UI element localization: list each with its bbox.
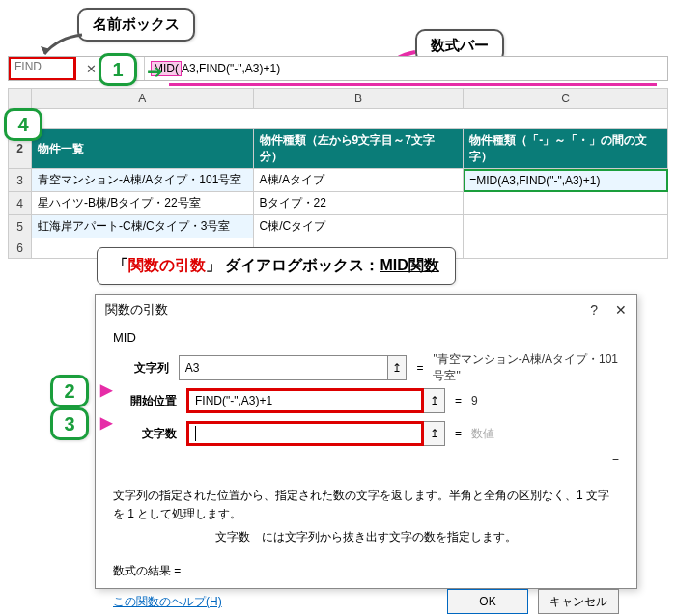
arg3-result: 数値 — [471, 426, 494, 442]
row-5-hdr[interactable]: 5 — [9, 215, 32, 238]
step-badge-3: 3 — [50, 407, 89, 440]
eq2: = — [455, 394, 462, 407]
cell-c3[interactable]: =MID(A3,FIND("-",A3)+1) — [464, 169, 668, 192]
table-header-row: 2 物件一覧 物件種類（左から9文字目～7文字分） 物件種類（「-」～「・」の間… — [9, 129, 668, 169]
cell-b5[interactable]: C棟/Cタイプ — [253, 215, 464, 238]
name-box[interactable]: FIND — [9, 57, 76, 80]
arg2-label: 開始位置 — [113, 393, 186, 409]
step-badge-2: 2 — [50, 375, 89, 407]
cell-b4[interactable]: Bタイプ・22 — [253, 192, 464, 215]
callout-formula-bar-text: 数式バー — [431, 37, 489, 53]
dialog-description: 文字列の指定された位置から、指定された数の文字を返します。半角と全角の区別なく、… — [113, 487, 619, 523]
arg-row-start: 開始位置 FIND("-",A3)+1 ↥ = 9 — [113, 387, 619, 414]
dialog-result-row: 数式の結果 = — [113, 563, 619, 579]
marker-arg2: ▶ — [100, 380, 112, 399]
row-4-hdr[interactable]: 4 — [9, 192, 32, 215]
arg2-result: 9 — [471, 394, 478, 407]
arg2-input[interactable]: FIND("-",A3)+1 — [186, 388, 424, 413]
cell-a3[interactable]: 青空マンション-A棟/Aタイプ・101号室 — [31, 169, 253, 192]
spreadsheet: A B C 1 2 物件一覧 物件種類（左から9文字目～7文字分） 物件種類（「… — [8, 88, 668, 259]
arg2-range-picker-icon[interactable]: ↥ — [424, 388, 445, 413]
dialog-heading-callout: 「関数の引数」 ダイアログボックス：MID関数 — [97, 247, 456, 285]
arg-row-string: 文字列 A3 ↥ = "青空マンション-A棟/Aタイプ・101号室" — [113, 354, 619, 381]
hdr-b: 物件種類（左から9文字目～7文字分） — [253, 129, 464, 169]
eq1: = — [416, 361, 423, 375]
help-icon[interactable]: ? — [590, 302, 598, 318]
formula-rest: A3,FIND("-",A3)+1) — [182, 62, 280, 75]
col-b[interactable]: B — [253, 89, 464, 109]
cell-c4[interactable] — [464, 192, 668, 215]
cancel-formula-icon[interactable]: ✕ — [82, 60, 99, 77]
dialog-function-name: MID — [113, 330, 619, 345]
arg1-label: 文字列 — [113, 360, 179, 377]
arg1-input[interactable]: A3 — [179, 355, 388, 380]
arg3-range-picker-icon[interactable]: ↥ — [424, 421, 445, 446]
function-arguments-dialog: 関数の引数 ? ✕ MID 文字列 A3 ↥ = "青空マンション-A棟/Aタイ… — [95, 294, 637, 589]
row-3-hdr[interactable]: 3 — [9, 169, 32, 192]
dialog-eq-blank: = — [113, 453, 619, 469]
close-icon[interactable]: ✕ — [615, 302, 627, 318]
cell-c6[interactable] — [464, 238, 668, 259]
cell-b3[interactable]: A棟/Aタイプ — [253, 169, 464, 192]
cancel-button[interactable]: キャンセル — [538, 589, 619, 614]
dialog-titlebar: 関数の引数 ? ✕ — [96, 295, 636, 324]
callout-name-box-text: 名前ボックス — [93, 15, 180, 32]
hdr-a: 物件一覧 — [31, 129, 253, 169]
corner-cell[interactable] — [9, 89, 32, 109]
cell-a4[interactable]: 星ハイツ-B棟/Bタイプ・22号室 — [31, 192, 253, 215]
help-link[interactable]: この関数のヘルプ(H) — [113, 594, 222, 610]
callout-name-box: 名前ボックス — [77, 8, 195, 42]
func-label-row: 1 — [9, 109, 668, 129]
col-c[interactable]: C — [464, 89, 668, 109]
arg3-label: 文字数 — [113, 426, 186, 442]
table-row: 4 星ハイツ-B棟/Bタイプ・22号室 Bタイプ・22 — [9, 192, 668, 215]
col-a[interactable]: A — [31, 89, 253, 109]
eq3: = — [455, 427, 462, 440]
table-row: 5 虹海岸アパート-C棟/Cタイプ・3号室 C棟/Cタイプ — [9, 215, 668, 238]
marker-arg3: ▶ — [100, 413, 112, 432]
formula-input[interactable]: MID(A3,FIND("-",A3)+1) — [145, 57, 667, 80]
cell-a5[interactable]: 虹海岸アパート-C棟/Cタイプ・3号室 — [31, 215, 253, 238]
cell-c5[interactable] — [464, 215, 668, 238]
hdr-c: 物件種類（「-」～「・」の間の文字） — [464, 129, 668, 169]
arg1-result: "青空マンション-A棟/Aタイプ・101号室" — [433, 351, 619, 384]
row-6-hdr[interactable]: 6 — [9, 238, 32, 259]
arg3-input[interactable] — [186, 421, 424, 446]
step-badge-4: 4 — [4, 108, 42, 141]
arg1-range-picker-icon[interactable]: ↥ — [388, 355, 407, 380]
dialog-description-2: 文字数 には文字列から抜き出す文字の数を指定します。 — [113, 529, 619, 546]
dialog-title: 関数の引数 — [105, 301, 168, 319]
formula-underline — [169, 83, 657, 86]
table-row: 3 青空マンション-A棟/Aタイプ・101号室 A棟/Aタイプ =MID(A3,… — [9, 169, 668, 192]
ok-button[interactable]: OK — [447, 589, 528, 614]
column-header-row: A B C — [9, 89, 668, 109]
arrow-right-icon: ➔ — [147, 60, 163, 83]
step-badge-1: 1 — [99, 53, 137, 86]
name-box-value: FIND — [14, 60, 42, 73]
arg-row-count: 文字数 ↥ = 数値 — [113, 420, 619, 447]
